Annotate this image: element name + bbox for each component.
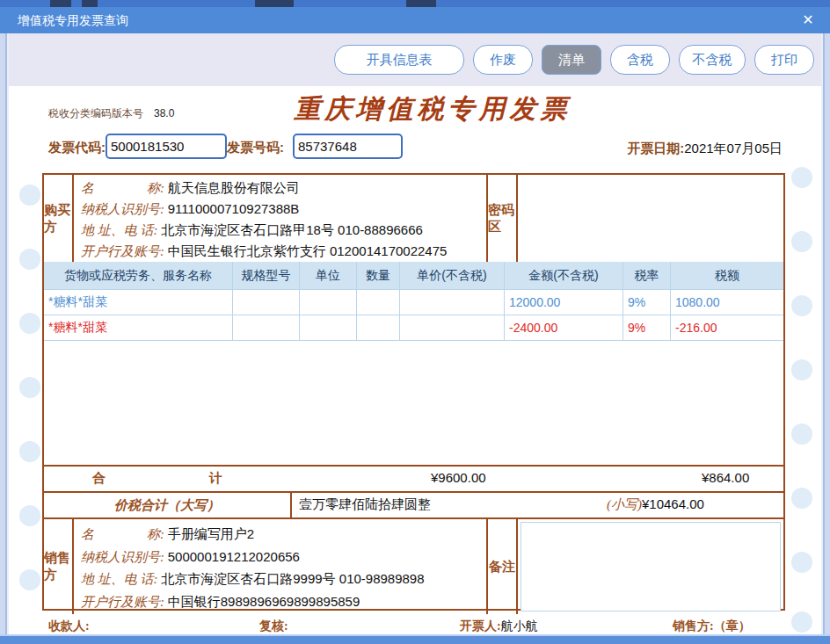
watermark-dot	[791, 552, 812, 573]
tax-excluded-button[interactable]: 不含税	[679, 45, 746, 75]
watermark-dot	[19, 313, 40, 334]
seller-party-label: 销售方	[44, 519, 74, 614]
seller-address-value: 北京市海淀区杏石口路9999号 010-98989898	[161, 571, 424, 586]
col-header-qty: 数量	[357, 262, 400, 290]
buyer-party-label: 购买方	[44, 175, 74, 262]
grand-total-in-words: 壹万零肆佰陆拾肆圆整	[299, 496, 431, 513]
password-area	[518, 175, 783, 262]
invoice-code-input[interactable]	[106, 134, 227, 159]
watermark-dot	[19, 249, 40, 270]
watermark-dot	[791, 423, 812, 445]
grand-total-in-figures: (小写)¥10464.00	[607, 496, 704, 513]
subtotal-label-ji: 计	[209, 470, 222, 487]
col-header-price: 单价(不含税)	[400, 262, 505, 290]
item-spec	[233, 315, 300, 341]
item-spec	[233, 290, 300, 315]
small-write-value: ¥10464.00	[642, 496, 704, 511]
buyer-name-value: 航天信息股份有限公司	[168, 180, 300, 195]
watermark-dot	[19, 505, 40, 526]
print-button[interactable]: 打印	[754, 45, 814, 75]
issue-date-value: 2021年07月05日	[684, 141, 783, 156]
issue-date: 开票日期:2021年07月05日	[580, 141, 783, 157]
password-area-label: 密码区	[486, 175, 518, 262]
invoice-panel: 税收分类编码版本号38.0 重庆增值税专用发票 发票代码: 发票号码: 开票日期…	[9, 86, 821, 634]
small-write-label: (小写)	[607, 497, 642, 511]
invoice-code-label: 发票代码:	[48, 140, 106, 156]
seal-label: （章）	[714, 619, 751, 633]
buyer-name-label: 名 称:	[81, 181, 168, 195]
item-row[interactable]: *糖料*甜菜 -2400.00 9% -216.00	[44, 315, 783, 341]
item-unit	[300, 290, 357, 315]
seller-taxid-value: 500000191212020656	[168, 549, 300, 564]
buyer-address-value: 北京市海淀区杏石口路甲18号 010-88896666	[161, 222, 423, 237]
buyer-taxid-label: 纳税人识别号:	[81, 202, 168, 216]
tax-code-version-label: 税收分类编码版本号	[48, 107, 143, 119]
subtotal-row: 合 计 ¥9600.00 ¥864.00	[44, 465, 783, 491]
col-header-unit: 单位	[300, 262, 357, 290]
item-amount: -2400.00	[505, 315, 623, 341]
watermark-dot	[791, 231, 812, 252]
background-ui-fragment	[50, 0, 71, 7]
col-header-amount: 金额(不含税)	[505, 262, 623, 290]
background-ui-fragment	[82, 0, 98, 7]
item-qty	[357, 290, 400, 315]
col-header-tax: 税额	[671, 262, 783, 290]
watermark-dot	[791, 295, 812, 316]
seller-bank-value: 中国银行8989896969899895859	[168, 594, 360, 609]
watermark-dot	[791, 488, 812, 509]
item-tax: -216.00	[671, 315, 783, 341]
list-button[interactable]: 清单	[542, 45, 601, 75]
col-header-spec: 规格型号	[233, 262, 300, 290]
seller-taxid-line: 纳税人识别号: 500000191212020656	[81, 546, 486, 568]
seller-name-label: 名 称:	[81, 527, 168, 541]
remark-box	[521, 522, 781, 611]
issue-info-form-button[interactable]: 开具信息表	[334, 45, 464, 75]
item-taxrate: 9%	[623, 315, 671, 341]
grand-total-row: 价税合计（大写） 壹万零肆佰陆拾肆圆整 (小写)¥10464.00	[44, 491, 783, 517]
item-taxrate: 9%	[623, 290, 671, 315]
watermark-dot	[19, 377, 40, 398]
close-icon[interactable]: ✕	[798, 7, 818, 33]
watermark-dot	[791, 167, 812, 188]
void-button[interactable]: 作废	[473, 45, 533, 75]
seller-address-label: 地 址、电 话:	[81, 572, 161, 586]
invoice-body: 购买方 名 称: 航天信息股份有限公司 纳税人识别号: 911100007109…	[42, 173, 785, 611]
payee-label: 收款人:	[48, 619, 90, 634]
buyer-taxid-line: 纳税人识别号: 91110000710927388B	[81, 199, 486, 220]
subtotal-tax: ¥864.00	[702, 470, 749, 485]
seller-seal-label: 销售方:	[673, 619, 714, 633]
seller-seal-field: 销售方:（章）	[673, 619, 751, 634]
item-amount: 12000.00	[505, 290, 623, 315]
item-row[interactable]: *糖料*甜菜 12000.00 9% 1080.00	[44, 290, 783, 315]
buyer-taxid-value: 91110000710927388B	[168, 201, 300, 216]
background-app-strip	[0, 0, 830, 7]
item-qty	[357, 315, 400, 341]
invoice-query-dialog: 增值税专用发票查询 ✕ 开具信息表 作废 清单 含税 不含税 打印 税收分类编码…	[0, 0, 830, 644]
seller-taxid-label: 纳税人识别号:	[81, 550, 168, 564]
subtotal-amount: ¥9600.00	[431, 470, 486, 485]
watermark-dot	[791, 359, 812, 380]
dialog-titlebar: 增值税专用发票查询 ✕	[0, 7, 830, 33]
invoice-number-input[interactable]	[293, 134, 403, 159]
watermark-dot	[791, 611, 812, 633]
seller-section: 销售方 名 称: 手册编写用户2 纳税人识别号: 500000191212020…	[44, 517, 783, 614]
buyer-bank-value: 中国民生银行北京紫竹支行 0120014170022475	[168, 243, 448, 258]
tax-code-version: 税收分类编码版本号38.0	[48, 106, 174, 121]
watermark-dot	[19, 441, 40, 462]
buyer-address-label: 地 址、电 话:	[81, 223, 161, 237]
items-grid: 货物或应税劳务、服务名称 规格型号 单位 数量 单价(不含税) 金额(不含税) …	[44, 262, 783, 290]
col-header-name: 货物或应税劳务、服务名称	[44, 262, 233, 290]
item-unit	[300, 315, 357, 341]
toolbar: 开具信息表 作废 清单 含税 不含税 打印	[9, 33, 821, 86]
item-price	[400, 290, 505, 315]
item-name: *糖料*甜菜	[44, 315, 233, 341]
background-left-edge	[0, 33, 9, 634]
items-table: 货物或应税劳务、服务名称 规格型号 单位 数量 单价(不含税) 金额(不含税) …	[44, 262, 783, 465]
tax-included-button[interactable]: 含税	[610, 45, 670, 75]
invoice-title: 重庆增值税专用发票	[283, 91, 582, 127]
background-ui-fragment	[406, 0, 436, 7]
drawer-value: 航小航	[501, 619, 538, 633]
remark-label: 备注	[486, 519, 518, 614]
remark-area	[518, 519, 783, 614]
item-price	[400, 315, 505, 341]
